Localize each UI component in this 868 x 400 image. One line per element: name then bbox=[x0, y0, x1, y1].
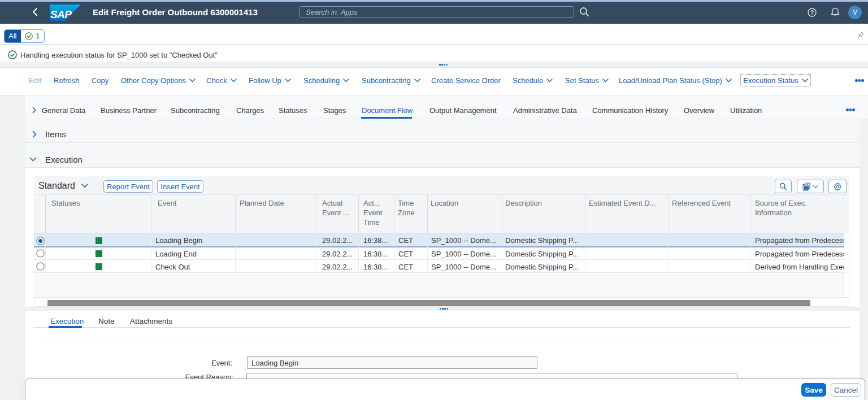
svg-text:SAP: SAP bbox=[50, 8, 72, 20]
svg-text:?: ? bbox=[810, 10, 814, 16]
